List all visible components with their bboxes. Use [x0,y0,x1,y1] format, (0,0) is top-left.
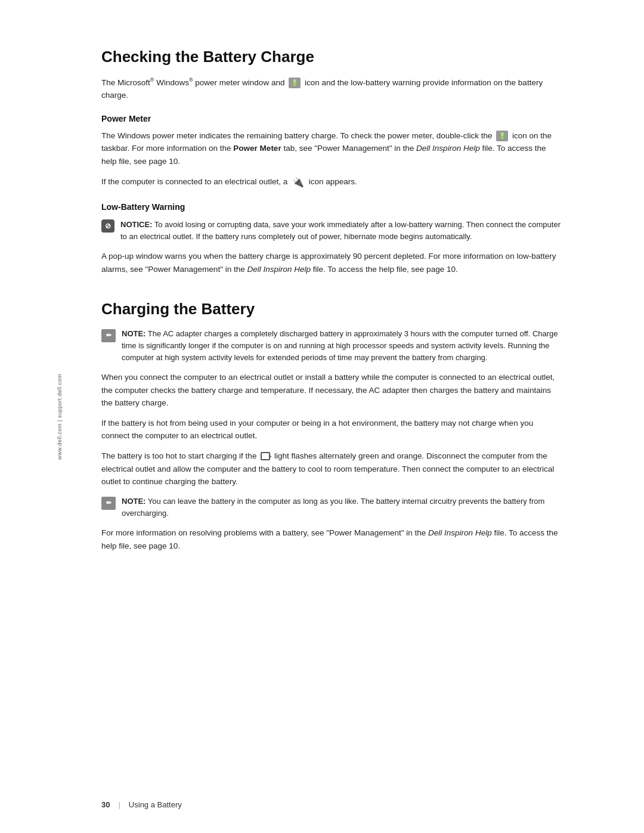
page-container: www.dell.com | support.dell.com Checking… [0,0,644,833]
charging-para3: The battery is too hot to start charging… [101,450,561,488]
power-meter-bold: Power Meter [233,144,281,153]
battery-light-icon [261,452,270,460]
popup-warning-text: A pop-up window warns you when the batte… [101,250,561,275]
section2-title: Charging the Battery [101,300,561,318]
note-label-1: NOTE: [122,329,145,338]
power-meter-heading: Power Meter [101,114,561,123]
charging-para4: For more information on resolving proble… [101,527,561,552]
charging-para2: If the battery is hot from being used in… [101,417,561,442]
low-battery-heading: Low-Battery Warning [101,202,561,212]
low-battery-notice-text: NOTICE: To avoid losing or corrupting da… [120,219,561,243]
notice-label: NOTICE: [120,220,152,229]
dell-inspiron-help-italic3: Dell Inspiron Help [428,528,492,537]
side-watermark: www.dell.com | support.dell.com [57,374,63,460]
dell-inspiron-help-italic2: Dell Inspiron Help [247,265,311,274]
page-footer: 30 | Using a Battery [0,800,644,809]
note-icon-1: ✏ [101,329,116,342]
notice-stop-icon: ⊘ [101,219,114,233]
power-meter-text: The Windows power meter indicates the re… [101,129,561,168]
charging-note2-text: NOTE: You can leave the battery in the c… [122,496,561,519]
footer-section-name: Using a Battery [129,800,182,809]
charging-note1-text: NOTE: The AC adapter charges a completel… [122,328,561,364]
section1-title: Checking the Battery Charge [101,48,561,66]
section1-intro: The Microsoft® Windows® power meter wind… [101,76,561,102]
note-label-2: NOTE: [122,497,145,506]
note-icon-2: ✏ [101,497,116,510]
footer-divider: | [118,800,120,809]
charging-note2: ✏ NOTE: You can leave the battery in the… [101,496,561,519]
taskbar-icon: 🔋 [496,131,508,141]
dell-inspiron-help-italic1: Dell Inspiron Help [416,144,480,153]
charging-para1: When you connect the computer to an elec… [101,371,561,410]
electrical-outlet-text: If the computer is connected to an elect… [101,175,561,190]
footer-page-number: 30 [101,800,110,809]
power-meter-taskbar-icon: 🔋 [289,78,301,88]
plug-icon: 🔌 [292,175,304,190]
low-battery-notice: ⊘ NOTICE: To avoid losing or corrupting … [101,219,561,243]
charging-note1: ✏ NOTE: The AC adapter charges a complet… [101,328,561,364]
